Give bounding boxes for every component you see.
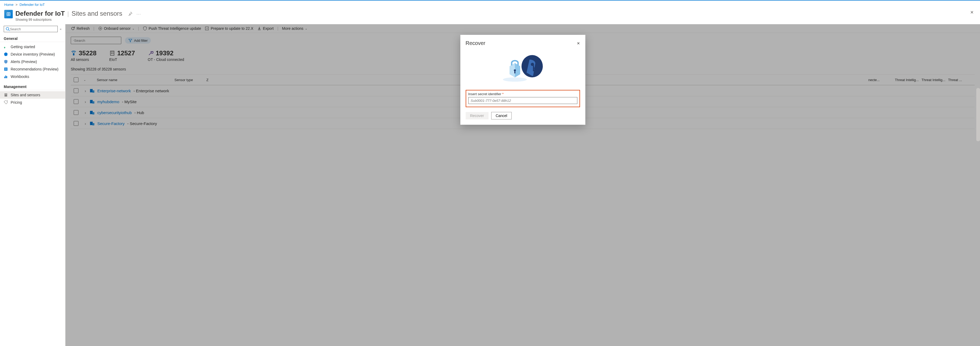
pin-icon[interactable] (128, 11, 132, 16)
main-content: Refresh | Onboard sensor ⌄ | Push Threat… (65, 24, 980, 346)
breadcrumb: Home > Defender for IoT (0, 0, 980, 9)
svg-rect-15 (5, 94, 6, 94)
svg-rect-11 (4, 77, 5, 78)
svg-rect-2 (9, 13, 10, 14)
page-section: Sites and sensors (72, 10, 123, 17)
breadcrumb-home[interactable]: Home (4, 3, 14, 6)
cancel-button[interactable]: Cancel (491, 112, 512, 120)
recover-button[interactable]: Recover (466, 112, 488, 120)
section-management: Management (0, 83, 65, 90)
nav-label: Sites and sensors (11, 93, 40, 97)
nav-label: Recommendations (Preview) (11, 67, 59, 71)
nav-label: Alerts (Preview) (11, 60, 37, 64)
nav-label: Workbooks (11, 75, 29, 79)
shield-icon (4, 60, 8, 64)
recover-dialog: Recover ✕ (460, 35, 585, 125)
dialog-title: Recover (466, 40, 485, 46)
nav-pricing[interactable]: Pricing (0, 99, 65, 106)
svg-rect-42 (533, 67, 535, 69)
search-icon (6, 27, 10, 31)
nav-workbooks[interactable]: Workbooks (0, 73, 65, 80)
chevron-right-icon: > (16, 3, 18, 6)
tag-icon (4, 100, 8, 105)
svg-rect-0 (6, 12, 10, 16)
sidebar: « General Getting started Device invento… (0, 24, 65, 346)
service-icon (4, 10, 13, 18)
svg-rect-16 (6, 94, 6, 94)
secret-identifier-field-group: Insert secret identifier * (466, 90, 580, 107)
nav-getting-started[interactable]: Getting started (0, 43, 65, 51)
nav-recommendations[interactable]: Recommendations (Preview) (0, 65, 65, 73)
svg-point-5 (6, 27, 9, 30)
more-icon[interactable]: ··· (137, 12, 141, 16)
scrollbar[interactable] (976, 88, 980, 141)
nav-device-inventory[interactable]: Device inventory (Preview) (0, 51, 65, 58)
section-general: General (0, 35, 65, 42)
svg-rect-1 (8, 13, 8, 14)
collapse-sidebar-icon[interactable]: « (60, 27, 61, 30)
nav-sites-sensors[interactable]: Sites and sensors (0, 91, 65, 99)
recover-illustration (466, 46, 580, 90)
svg-rect-13 (6, 76, 7, 78)
svg-line-6 (8, 30, 10, 31)
svg-rect-4 (9, 14, 10, 15)
nav-label: Device inventory (Preview) (11, 52, 55, 56)
svg-rect-14 (5, 93, 7, 97)
field-label: Insert secret identifier * (468, 92, 578, 96)
list-icon (4, 67, 8, 71)
nav-alerts[interactable]: Alerts (Preview) (0, 58, 65, 65)
nav-label: Pricing (11, 100, 22, 105)
page-title: Defender for IoT (16, 10, 65, 17)
modal-overlay: Recover ✕ (65, 24, 980, 346)
svg-point-38 (503, 77, 527, 81)
chart-icon (4, 75, 8, 79)
secret-identifier-input[interactable] (468, 97, 578, 104)
breadcrumb-current[interactable]: Defender for IoT (20, 3, 45, 6)
page-header: Defender for IoT | Sites and sensors ···… (0, 9, 980, 24)
svg-point-17 (6, 101, 7, 102)
svg-rect-45 (514, 71, 515, 73)
svg-rect-12 (5, 75, 6, 78)
sidebar-search[interactable] (4, 26, 58, 32)
close-icon[interactable]: ✕ (577, 41, 580, 45)
cube-icon (4, 52, 8, 56)
page-subtitle: Showing 99 subscriptions (16, 18, 141, 22)
close-icon[interactable]: ✕ (970, 10, 976, 15)
rocket-icon (4, 45, 8, 49)
svg-rect-43 (533, 70, 535, 71)
nav-label: Getting started (11, 45, 35, 49)
svg-rect-3 (8, 14, 8, 15)
sidebar-search-input[interactable] (10, 27, 56, 31)
building-icon (4, 93, 8, 97)
